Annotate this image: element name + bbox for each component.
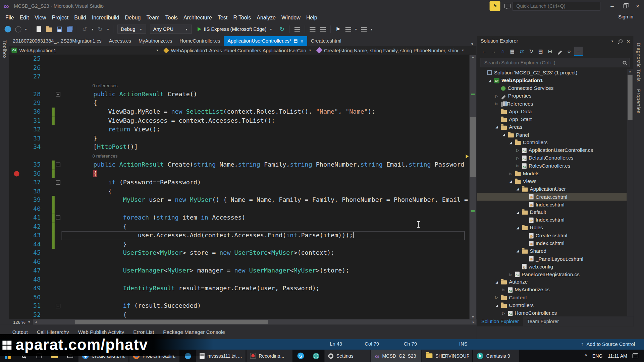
editor-tab[interactable]: 201807200631384_...2S23Migration1.cs	[9, 36, 105, 46]
se-properties-icon[interactable]	[555, 47, 564, 56]
save-all-icon[interactable]	[65, 24, 74, 34]
tree-item[interactable]: ▷Content	[477, 294, 627, 302]
breakpoint-gutter[interactable]	[9, 72, 21, 81]
navigate-back-icon[interactable]: ←	[3, 24, 12, 34]
code-line[interactable]: 40	[9, 204, 470, 213]
close-panel-icon[interactable]: ×	[627, 38, 630, 45]
menu-view[interactable]: View	[32, 12, 49, 23]
new-file-icon[interactable]	[34, 24, 43, 34]
collapse-region-icon[interactable]: −	[56, 216, 60, 220]
taskbar-button-globe[interactable]	[309, 350, 324, 362]
se-refresh-icon[interactable]: ↻	[527, 47, 536, 56]
add-to-source-control-button[interactable]: ↑ Add to Source Control	[581, 341, 635, 347]
menu-tools[interactable]: Tools	[162, 12, 180, 23]
editor-tab[interactable]: ApplicationUserController.cs*×	[224, 36, 307, 46]
taskbar-button-settings[interactable]: Settings	[324, 350, 370, 362]
tree-item[interactable]: Create.cshtml	[477, 232, 627, 239]
scrollbar-thumb[interactable]	[470, 117, 476, 177]
breadcrumb-dropdown[interactable]: WebApplication1▾	[9, 46, 162, 55]
open-file-icon[interactable]	[44, 24, 53, 34]
menu-edit[interactable]: Edit	[17, 12, 32, 23]
scroll-up-icon[interactable]: ▲	[470, 55, 477, 59]
tree-item[interactable]: ▷DefaultController.cs	[477, 154, 627, 162]
scrollbar-thumb[interactable]	[628, 75, 633, 120]
minimize-button[interactable]: –	[606, 0, 619, 12]
language-indicator[interactable]: ENG	[592, 353, 603, 358]
breakpoint-gutter[interactable]	[9, 99, 21, 107]
menu-project[interactable]: Project	[49, 12, 71, 23]
breakpoint-gutter[interactable]	[9, 63, 21, 72]
tree-item[interactable]: Index.cshtml	[477, 201, 627, 208]
se-nest-icon[interactable]: ▤	[536, 47, 545, 56]
tree-item[interactable]: ◢Default	[477, 208, 627, 216]
editor-horizontal-scrollbar[interactable]	[39, 319, 471, 325]
scroll-up-icon[interactable]: ▲	[627, 69, 633, 73]
menu-debug[interactable]: Debug	[122, 12, 144, 23]
code-line[interactable]: 48	[9, 275, 470, 284]
zoom-dropdown-icon[interactable]: ▾	[27, 320, 31, 324]
breadcrumb-dropdown[interactable]: Create(string Name, string Family, strin…	[315, 46, 468, 55]
redo-dropdown-icon[interactable]: ▾	[106, 27, 110, 31]
code-line[interactable]: 42 {	[9, 222, 470, 231]
start-debugging-button[interactable]: IIS Express (Microsoft Edge)▾	[194, 24, 276, 34]
collapse-arrow-icon[interactable]: ◢	[494, 280, 499, 284]
breakpoint-gutter[interactable]	[9, 222, 21, 231]
collapse-arrow-icon[interactable]: ◢	[516, 210, 520, 214]
menu-analyze[interactable]: Analyze	[254, 12, 279, 23]
comment-dropdown-icon[interactable]: ▾	[354, 27, 358, 31]
se-forward-icon[interactable]: →	[489, 47, 498, 56]
taskbar-button-folder2[interactable]: SHERVINSOURI...	[422, 350, 472, 362]
menu-file[interactable]: File	[2, 12, 17, 23]
tree-item[interactable]: web.config	[477, 263, 627, 270]
scroll-right-icon[interactable]: ▸	[471, 319, 476, 325]
collapse-arrow-icon[interactable]: ◢	[501, 133, 506, 137]
breakpoint-gutter[interactable]	[9, 178, 21, 187]
code-line[interactable]: 51− if (result.Succeeded)	[9, 302, 470, 310]
code-line[interactable]: 25	[9, 55, 470, 63]
quick-launch-input[interactable]	[513, 2, 600, 11]
breakpoint-gutter[interactable]	[9, 231, 21, 240]
taskbar-button-visual-studio[interactable]: ∞MCSD_G2_S23 ...	[371, 350, 421, 362]
breakpoint-gutter[interactable]	[9, 249, 21, 257]
code-line[interactable]: 34 [HttpPost()]	[9, 143, 470, 152]
tree-item[interactable]: ▷Properties	[477, 92, 627, 100]
codelens-references[interactable]: 0 references	[9, 81, 470, 90]
title-bar[interactable]: ∞ MCSD_G2_S23 - Microsoft Visual Studio …	[0, 0, 644, 12]
undo-dropdown-icon[interactable]: ▾	[90, 27, 94, 31]
code-line[interactable]: 47 UserManager<MyUser> manager = new Use…	[9, 266, 470, 275]
se-back-icon[interactable]: ←	[480, 47, 488, 56]
code-editor[interactable]: 2526270 references28− public ActionResul…	[9, 55, 476, 319]
solution-explorer-search-input[interactable]	[481, 60, 623, 65]
collapse-arrow-icon[interactable]: ◢	[494, 125, 499, 129]
solution-explorer-header[interactable]: Solution Explorer ▾ ×	[477, 36, 633, 46]
window-position-icon[interactable]: ▾	[610, 39, 614, 43]
tree-item[interactable]: Create.cshtml	[477, 193, 627, 201]
editor-tab[interactable]: Create.cshtml	[307, 36, 345, 46]
outline-lines-icon[interactable]	[359, 24, 368, 34]
menu-window[interactable]: Window	[279, 12, 304, 23]
taskbar-button-camtasia[interactable]: Camtasia 9	[473, 350, 519, 362]
code-line[interactable]: 43 user.Accesses.Add(context.Accesses.Fi…	[9, 231, 470, 240]
code-line[interactable]: 50	[9, 293, 470, 302]
tree-item[interactable]: ▷HomeController.cs	[477, 309, 627, 316]
comment-lines-icon[interactable]	[344, 24, 353, 34]
collapse-region-icon[interactable]: −	[56, 304, 60, 308]
tree-item[interactable]: ◢Roles	[477, 224, 627, 232]
tree-item[interactable]: ◢Autorize	[477, 278, 627, 286]
taskbar-button-recorder[interactable]: Recording...	[247, 350, 292, 362]
navigate-forward-icon[interactable]: →	[13, 24, 22, 34]
editor-tab[interactable]: Access.cs	[105, 36, 135, 46]
breakpoint-gutter[interactable]	[9, 275, 21, 284]
solution-explorer-search[interactable]	[481, 58, 630, 67]
breakpoint-dot[interactable]	[14, 171, 19, 176]
code-rows[interactable]: 2526270 references28− public ActionResul…	[9, 55, 470, 319]
expand-arrow-icon[interactable]: ▷	[494, 296, 499, 300]
breakpoint-gutter[interactable]	[9, 257, 21, 266]
tree-item[interactable]: ▷ApplicationUserController.cs	[477, 146, 627, 154]
breadcrumb-dropdown[interactable]: WebApplication1.Areas.Panel.Controllers.…	[162, 46, 315, 55]
tree-item[interactable]: ◢ApplicationUser	[477, 185, 627, 193]
collapse-region-icon[interactable]: −	[56, 180, 60, 185]
breakpoint-gutter[interactable]	[9, 169, 21, 178]
scroll-down-icon[interactable]: ▼	[470, 315, 477, 319]
tree-item[interactable]: ◢WebApplication1	[477, 77, 627, 84]
